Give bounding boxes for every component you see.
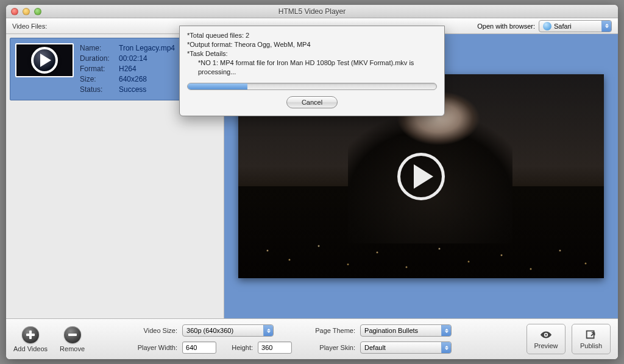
meta-value-status: Success <box>119 85 146 95</box>
preview-button-label: Preview <box>534 342 558 349</box>
remove-button[interactable]: Remove <box>60 326 85 352</box>
dialog-line-task: *NO 1: MP4 format file for Iron Man HD 1… <box>187 58 437 77</box>
bottom-bar: Add Videos Remove Video Size: 360p (640x… <box>6 318 618 359</box>
add-videos-label: Add Videos <box>13 345 48 352</box>
dialog-line-format: *Output format: Theora Ogg, WebM, MP4 <box>187 40 437 49</box>
open-with-browser-label: Open with browser: <box>477 23 535 30</box>
page-theme-select[interactable]: Pagination Bullets <box>360 324 452 337</box>
meta-label-duration: Duration: <box>80 54 119 64</box>
meta-value-duration: 00:02:14 <box>119 54 147 64</box>
progress-bar <box>187 83 437 90</box>
player-width-input[interactable] <box>182 341 216 354</box>
cancel-button[interactable]: Cancel <box>286 96 338 108</box>
play-button[interactable] <box>397 153 445 200</box>
height-input[interactable] <box>258 341 292 354</box>
page-theme-label: Page Theme: <box>304 327 355 334</box>
publish-button[interactable]: Publish <box>572 324 611 354</box>
chevron-updown-icon <box>441 342 451 353</box>
video-size-select[interactable]: 360p (640x360) <box>182 324 274 337</box>
window-title: HTML5 Video Player <box>6 7 618 16</box>
eye-icon <box>539 329 553 341</box>
plus-icon <box>22 326 39 343</box>
player-skin-select[interactable]: Default <box>360 341 452 354</box>
remove-label: Remove <box>60 345 85 352</box>
player-skin-label: Player Skin: <box>304 344 355 351</box>
video-files-label: Video Files: <box>12 23 47 30</box>
play-icon <box>414 164 433 189</box>
page-theme-value: Pagination Bullets <box>364 327 418 334</box>
dialog-line-queued: *Total queued files: 2 <box>187 31 437 40</box>
add-videos-button[interactable]: Add Videos <box>13 326 48 352</box>
chevron-updown-icon <box>441 325 451 336</box>
close-window-button[interactable] <box>11 8 18 15</box>
meta-label-size: Size: <box>80 74 119 85</box>
file-meta: Name:Tron Legacy.mp4 Duration:00:02:14 F… <box>80 43 175 95</box>
chevron-updown-icon <box>263 325 273 336</box>
zoom-window-button[interactable] <box>34 8 41 15</box>
meta-label-format: Format: <box>80 64 119 74</box>
player-width-label: Player Width: <box>126 344 177 351</box>
video-size-label: Video Size: <box>126 327 177 334</box>
safari-icon <box>543 22 551 30</box>
titlebar: HTML5 Video Player <box>6 5 618 18</box>
publish-icon <box>584 329 598 341</box>
preview-button[interactable]: Preview <box>526 324 566 354</box>
chevron-updown-icon <box>601 21 611 32</box>
minus-icon <box>64 326 81 343</box>
dialog-line-details: *Task Details: <box>187 49 437 58</box>
minimize-window-button[interactable] <box>23 8 30 15</box>
video-size-value: 360p (640x360) <box>186 327 233 334</box>
height-label: Height: <box>221 344 253 351</box>
publish-button-label: Publish <box>580 342 602 349</box>
traffic-lights <box>6 8 41 15</box>
player-skin-value: Default <box>364 344 386 351</box>
play-icon <box>31 47 58 74</box>
browser-select-value: Safari <box>554 23 572 30</box>
svg-point-0 <box>545 334 547 336</box>
meta-value-format: H264 <box>119 64 136 74</box>
browser-select[interactable]: Safari <box>539 20 612 32</box>
meta-value-size: 640x268 <box>119 74 147 85</box>
meta-value-name: Tron Legacy.mp4 <box>119 43 175 54</box>
dialog-text: *Total queued files: 2 *Output format: T… <box>187 31 437 77</box>
progress-dialog: *Total queued files: 2 *Output format: T… <box>179 26 445 116</box>
file-thumbnail <box>15 43 74 77</box>
meta-label-name: Name: <box>80 43 119 54</box>
meta-label-status: Status: <box>80 85 119 95</box>
